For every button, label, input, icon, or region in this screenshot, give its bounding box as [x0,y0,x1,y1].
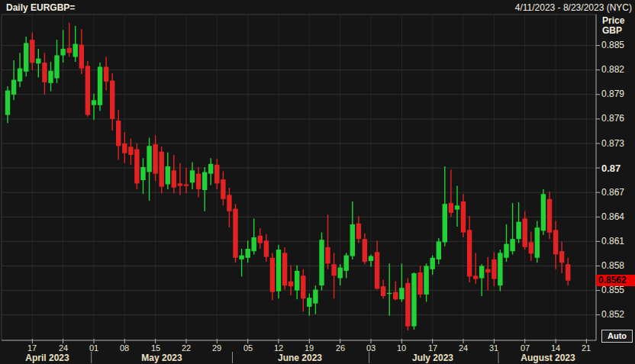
candle-body [98,67,102,105]
candle-body [399,288,404,299]
candle-body [246,249,250,258]
candle-body [405,283,410,327]
candle-body [184,185,189,186]
month-label: July 2023 [391,353,475,363]
price-tick-label: 0.867 [601,188,635,198]
candle-body [319,240,324,285]
candle-body [369,256,373,261]
candle-body [307,298,311,307]
candle-body [363,239,367,262]
candle-body [36,59,40,63]
candle-body [559,251,564,263]
candle-body [547,199,552,233]
month-label: August 2023 [506,353,590,363]
candle-body [443,204,447,242]
candle-body [110,81,114,119]
candle-body [461,201,466,233]
date-tick-label: 10 [390,343,413,353]
candle-body [393,292,398,300]
candle-body [258,236,263,243]
candle-body [344,256,349,271]
candle-body [325,247,330,263]
month-label: April 2023 [5,353,89,363]
candle-body [73,44,78,57]
price-tick-label: 0.852 [601,310,635,320]
candlestick-chart[interactable] [0,0,635,364]
candle-body [48,71,53,83]
price-tick-label: 0.861 [601,237,635,246]
candle-body [104,67,108,82]
chart-title: Daily EURGBP= [6,2,75,13]
candle-body [202,172,207,191]
price-tick-label: 0.858 [601,261,635,271]
price-tick-label: 0.885 [601,40,635,50]
date-tick-label: 24 [452,343,475,353]
candle-body [504,244,508,258]
candle-body [79,45,84,69]
month-label: May 2023 [120,353,204,363]
axis-unit-gbp: GBP [602,25,622,36]
price-tick-label: 0.87 [601,163,635,173]
date-tick-label: 01 [82,343,105,353]
month-label: June 2023 [258,353,342,363]
date-tick-label: 21 [575,343,598,353]
candles-layer [5,23,571,330]
candle-body [301,275,305,298]
date-range-label: 4/11/2023 - 8/23/2023 (NYC) [515,2,632,13]
date-tick-label: 17 [421,343,444,353]
candle-body [190,170,195,182]
candle-body [128,147,133,155]
candle-body [381,286,385,296]
date-tick-label: 03 [359,343,382,353]
candle-body [529,242,533,253]
candle-body [350,224,355,256]
candle-body [288,282,293,286]
candle-body [411,273,416,327]
chart-window: Daily EURGBP= 4/11/2023 - 8/23/2023 (NYC… [0,0,635,364]
candle-body [214,165,219,184]
date-tick-label: 07 [514,343,537,353]
date-tick-label: 05 [237,343,259,353]
candle-body [153,144,157,174]
candle-body [54,56,59,79]
candle-body [134,150,139,184]
candle-body [492,259,496,279]
candle-body [375,252,379,288]
candle-body [424,266,428,295]
candle-body [485,269,490,272]
candle-body [417,272,422,295]
candle-body [523,218,527,246]
candle-body [473,275,478,279]
candle-body [264,240,269,256]
candle-body [172,170,176,188]
candle-body [498,253,502,285]
candle-body [430,258,435,269]
candle-body [30,40,34,63]
candle-body [553,230,558,254]
candle-body [467,230,472,276]
last-price-badge: 0.8562 [596,275,635,286]
candle-body [221,179,225,199]
date-tick-label: 15 [144,343,167,353]
candle-body [516,222,521,240]
candle-body [276,250,281,292]
date-tick-label: 26 [329,343,352,353]
date-tick-label: 14 [544,343,567,353]
candle-body [479,266,484,279]
candle-body [387,293,392,294]
candle-body [85,66,90,114]
candle-body [166,166,170,185]
auto-scale-button[interactable]: Auto [601,330,633,343]
candle-body [566,264,570,280]
candle-body [252,237,256,251]
candle-body [140,167,145,180]
date-tick-label: 19 [298,343,321,353]
candle-body [535,227,540,258]
candle-body [5,91,10,115]
candle-body [227,195,231,211]
candle-body [270,258,275,292]
price-tick-label: 0.882 [601,65,635,75]
date-tick-label: 22 [175,343,198,353]
candle-body [233,209,237,258]
candle-body [18,69,22,82]
